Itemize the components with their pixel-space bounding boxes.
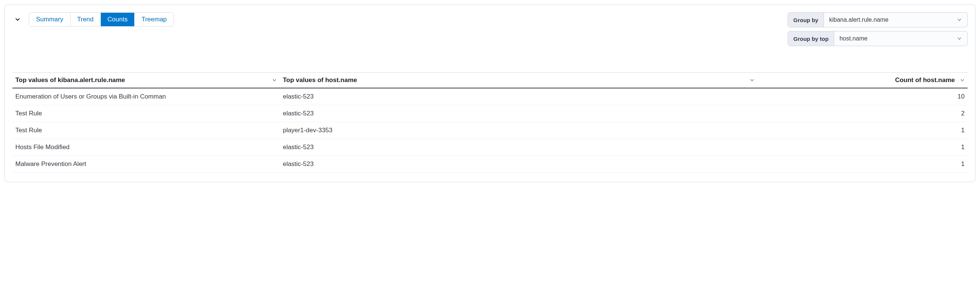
chevron-down-icon [957, 36, 962, 41]
cell-rule: Enumeration of Users or Groups via Built… [13, 88, 280, 105]
cell-host: elastic-523 [280, 139, 757, 156]
left-controls: Summary Trend Counts Treemap [13, 13, 174, 27]
group-by-top-select[interactable]: Group by top host.name [788, 31, 967, 46]
column-header-host-label: Top values of host.name [283, 76, 357, 84]
cell-rule: Malware Prevention Alert [13, 156, 280, 173]
cell-count: 10 [757, 88, 967, 105]
chevron-down-icon[interactable] [750, 78, 754, 82]
column-header-rule[interactable]: Top values of kibana.alert.rule.name [13, 73, 280, 89]
collapse-toggle[interactable] [13, 14, 23, 25]
chevron-down-icon [957, 17, 962, 22]
group-by-top-value-text: host.name [839, 35, 957, 42]
column-header-host[interactable]: Top values of host.name [280, 73, 757, 89]
table-row: Hosts File Modified elastic-523 1 [13, 139, 967, 156]
table-row: Test Rule elastic-523 2 [13, 105, 967, 122]
chevron-down-icon[interactable] [960, 78, 965, 82]
chevron-down-icon[interactable] [272, 78, 277, 82]
cell-count: 2 [757, 105, 967, 122]
tab-summary[interactable]: Summary [29, 13, 70, 26]
tab-counts[interactable]: Counts [101, 13, 135, 26]
table-row: Malware Prevention Alert elastic-523 1 [13, 156, 967, 173]
panel-header: Summary Trend Counts Treemap Group by ki… [13, 13, 967, 46]
cell-host: elastic-523 [280, 105, 757, 122]
view-tabs: Summary Trend Counts Treemap [29, 13, 174, 27]
table-body: Enumeration of Users or Groups via Built… [13, 88, 967, 173]
cell-count: 1 [757, 156, 967, 173]
counts-table: Top values of kibana.alert.rule.name Top… [13, 72, 967, 173]
cell-rule: Hosts File Modified [13, 139, 280, 156]
spacer [13, 46, 967, 72]
group-by-value-text: kibana.alert.rule.name [829, 16, 957, 23]
group-by-top-value[interactable]: host.name [834, 32, 967, 46]
group-by-label: Group by [788, 13, 824, 27]
cell-host: player1-dev-3353 [280, 122, 757, 139]
chevron-down-icon [14, 16, 21, 23]
counts-panel: Summary Trend Counts Treemap Group by ki… [5, 5, 975, 182]
cell-count: 1 [757, 139, 967, 156]
cell-host: elastic-523 [280, 156, 757, 173]
group-controls: Group by kibana.alert.rule.name Group by… [788, 13, 967, 46]
group-by-select[interactable]: Group by kibana.alert.rule.name [788, 13, 967, 27]
cell-host: elastic-523 [280, 88, 757, 105]
table-row: Enumeration of Users or Groups via Built… [13, 88, 967, 105]
column-header-rule-label: Top values of kibana.alert.rule.name [15, 76, 125, 84]
column-header-count-label: Count of host.name [895, 76, 955, 84]
group-by-value[interactable]: kibana.alert.rule.name [824, 13, 967, 27]
group-by-top-label: Group by top [788, 32, 834, 46]
tab-trend[interactable]: Trend [70, 13, 101, 26]
column-header-count[interactable]: Count of host.name [757, 73, 967, 89]
tab-treemap[interactable]: Treemap [135, 13, 173, 26]
cell-rule: Test Rule [13, 122, 280, 139]
cell-rule: Test Rule [13, 105, 280, 122]
cell-count: 1 [757, 122, 967, 139]
table-row: Test Rule player1-dev-3353 1 [13, 122, 967, 139]
